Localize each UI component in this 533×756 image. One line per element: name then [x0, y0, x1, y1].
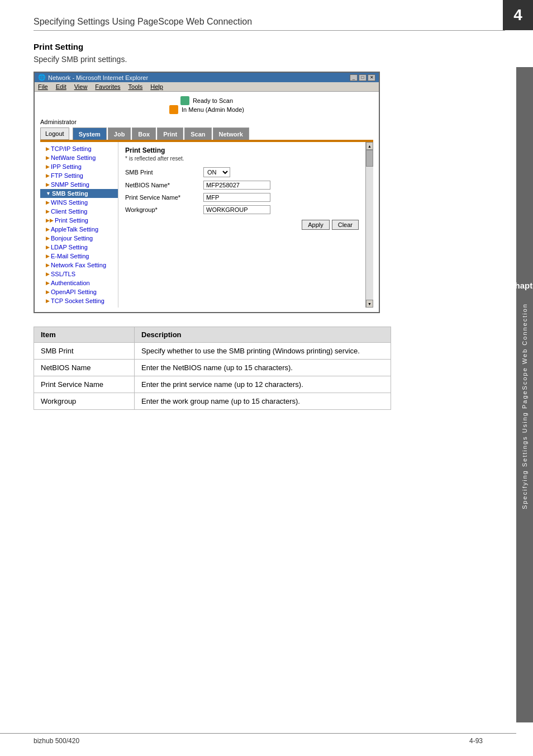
scroll-down-button[interactable]: ▼: [366, 300, 373, 308]
sidebar-item-tcpip[interactable]: ▶TCP/IP Setting: [40, 144, 118, 153]
status-text-1: Ready to Scan: [193, 97, 233, 104]
value-print-service[interactable]: [203, 193, 270, 202]
browser-title-left: 🌐 Network - Microsoft Internet Explorer: [38, 74, 148, 81]
input-netbios[interactable]: [203, 181, 270, 190]
scrollbar-track[interactable]: [366, 150, 373, 300]
status-text-2: In Menu (Admin Mode): [182, 106, 244, 113]
menu-help[interactable]: Help: [150, 83, 163, 90]
browser-window: 🌐 Network - Microsoft Internet Explorer …: [34, 72, 380, 313]
page-number-tab: 4: [503, 0, 533, 30]
input-print-service[interactable]: [203, 193, 270, 202]
tab-network[interactable]: Network: [213, 127, 249, 140]
sidebar-item-client[interactable]: ▶Client Setting: [40, 207, 118, 216]
sidebar-item-ssltls[interactable]: ▶SSL/TLS: [40, 270, 118, 278]
logout-button[interactable]: Logout: [40, 127, 69, 140]
scroll-up-button[interactable]: ▲: [366, 142, 373, 150]
browser-icon: 🌐: [38, 74, 46, 81]
sidebar-item-ipp[interactable]: ▶IPP Setting: [40, 162, 118, 171]
row-desc-print-service: Enter the print service name (up to 12 c…: [135, 376, 391, 393]
sidebar-item-ldap[interactable]: ▶LDAP Setting: [40, 243, 118, 252]
content-pane: Print Setting * is reflected after reset…: [118, 142, 365, 308]
table-row: SMB Print Specify whether to use the SMB…: [34, 343, 391, 360]
browser-titlebar: 🌐 Network - Microsoft Internet Explorer …: [35, 73, 379, 82]
menu-tools[interactable]: Tools: [129, 83, 143, 90]
minimize-button[interactable]: _: [350, 74, 358, 81]
value-workgroup[interactable]: [203, 205, 270, 214]
admin-label: Administrator: [40, 119, 373, 125]
tab-box[interactable]: Box: [132, 127, 156, 140]
form-row-smb-print: SMB Print ON OFF: [125, 167, 359, 177]
page-footer: bizhub 500/420 4-93: [0, 733, 516, 745]
sidebar-item-netware[interactable]: ▶NetWare Setting: [40, 153, 118, 162]
apply-button[interactable]: Apply: [302, 220, 330, 230]
value-netbios[interactable]: [203, 181, 270, 190]
close-button[interactable]: ✕: [368, 74, 375, 81]
menu-view[interactable]: View: [74, 83, 88, 90]
label-netbios: NetBIOS Name*: [125, 182, 203, 188]
browser-main: ▶TCP/IP Setting ▶NetWare Setting ▶IPP Se…: [40, 141, 373, 308]
label-workgroup: Workgroup*: [125, 206, 203, 213]
section-title: Print Setting: [34, 42, 499, 51]
content-subtitle: * is reflected after reset.: [125, 155, 359, 162]
tab-system[interactable]: System: [73, 127, 107, 140]
value-smb-print[interactable]: ON OFF: [203, 167, 230, 177]
tab-print[interactable]: Print: [157, 127, 183, 140]
menu-edit[interactable]: Edit: [56, 83, 66, 90]
table-row: Print Service Name Enter the print servi…: [34, 376, 391, 393]
clear-button[interactable]: Clear: [332, 220, 359, 230]
row-item-netbios: NetBIOS Name: [34, 360, 135, 376]
status-row-2: In Menu (Admin Mode): [169, 105, 244, 114]
sidebar-item-appletalk[interactable]: ▶AppleTalk Setting: [40, 225, 118, 234]
chapter-sidebar: Chapter 4 Specifying Settings Using Page…: [516, 67, 533, 722]
col-header-description: Description: [135, 327, 391, 343]
sidebar-item-smb[interactable]: ▼SMB Setting: [40, 189, 118, 198]
form-row-netbios: NetBIOS Name*: [125, 181, 359, 190]
sidebar-item-openapi[interactable]: ▶OpenAPI Setting: [40, 287, 118, 296]
scrollbar-thumb[interactable]: [366, 150, 373, 167]
menu-file[interactable]: File: [38, 83, 48, 90]
row-desc-netbios: Enter the NetBIOS name (up to 15 charact…: [135, 360, 391, 376]
row-desc-smb-print: Specify whether to use the SMB printing …: [135, 343, 391, 360]
content-title: Print Setting: [125, 147, 359, 154]
form-row-print-service: Print Service Name*: [125, 193, 359, 202]
col-header-item: Item: [34, 327, 135, 343]
section-subtitle: Specify SMB print settings.: [34, 55, 499, 64]
input-workgroup[interactable]: [203, 205, 270, 214]
row-item-print-service: Print Service Name: [34, 376, 135, 393]
menu-favorites[interactable]: Favorites: [95, 83, 120, 90]
sidebar-item-print[interactable]: ▶▶Print Setting: [40, 216, 118, 225]
label-print-service: Print Service Name*: [125, 194, 203, 201]
tab-scan[interactable]: Scan: [184, 127, 211, 140]
nav-tabs: Logout System Job Box Print Scan Network: [40, 127, 373, 141]
table-row: Workgroup Enter the work group name (up …: [34, 393, 391, 410]
sidebar: ▶TCP/IP Setting ▶NetWare Setting ▶IPP Se…: [40, 142, 118, 308]
sidebar-item-tcpsocket[interactable]: ▶TCP Socket Setting: [40, 296, 118, 305]
chapter-heading: Specifying Settings Using PageScope Web …: [34, 17, 505, 31]
restore-button[interactable]: □: [359, 74, 367, 81]
sidebar-item-snmp[interactable]: ▶SNMP Setting: [40, 180, 118, 189]
browser-body: Ready to Scan In Menu (Admin Mode) Admin…: [35, 92, 379, 312]
sidebar-item-ftp[interactable]: ▶FTP Setting: [40, 171, 118, 180]
row-desc-workgroup: Enter the work group name (up to 15 char…: [135, 393, 391, 410]
footer-model: bizhub 500/420: [34, 737, 79, 745]
status-row-1: Ready to Scan: [180, 96, 233, 105]
sidebar-item-networkfax[interactable]: ▶Network Fax Setting: [40, 261, 118, 270]
tab-job[interactable]: Job: [108, 127, 131, 140]
description-table: Item Description SMB Print Specify wheth…: [34, 327, 391, 410]
select-smb-print[interactable]: ON OFF: [203, 167, 230, 177]
form-row-workgroup: Workgroup*: [125, 205, 359, 214]
row-item-smb-print: SMB Print: [34, 343, 135, 360]
sidebar-item-wins[interactable]: ▶WINS Setting: [40, 198, 118, 207]
printer-icon-1: [180, 96, 189, 105]
scrollbar[interactable]: ▲ ▼: [365, 142, 373, 308]
table-row: NetBIOS Name Enter the NetBIOS name (up …: [34, 360, 391, 376]
sidebar-item-auth[interactable]: ▶Authentication: [40, 278, 118, 287]
sidebar-item-bonjour[interactable]: ▶Bonjour Setting: [40, 234, 118, 243]
label-smb-print: SMB Print: [125, 169, 203, 176]
printer-icon-2: [169, 105, 178, 114]
sidebar-item-email[interactable]: ▶E-Mail Setting: [40, 252, 118, 261]
status-area: Ready to Scan In Menu (Admin Mode): [40, 96, 373, 114]
window-controls[interactable]: _ □ ✕: [350, 74, 375, 81]
browser-title-text: Network - Microsoft Internet Explorer: [48, 74, 148, 81]
row-item-workgroup: Workgroup: [34, 393, 135, 410]
